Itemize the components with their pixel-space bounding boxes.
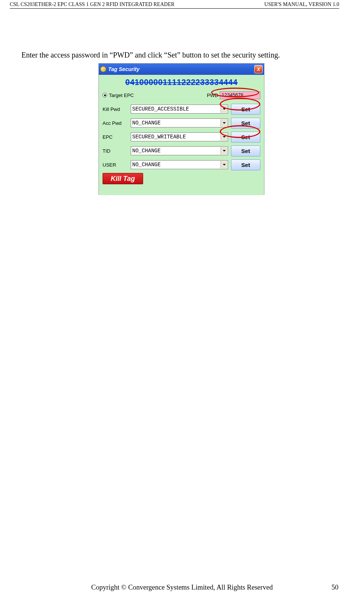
panel: 041000001111222233334444 Target EPC PWD … <box>99 75 264 195</box>
pwd-label: PWD <box>207 92 218 98</box>
tid-set-button[interactable]: Set <box>231 146 260 156</box>
user-row: USER NO_CHANGE Set <box>103 159 260 170</box>
killpwd-value: SECURED_ACCESSIBLE <box>132 106 189 112</box>
killpwd-label: Kill Pwd <box>103 106 131 112</box>
target-epc-label: Target EPC <box>109 92 134 98</box>
accpwd-dropdown[interactable]: NO_CHANGE <box>131 118 228 127</box>
content: Enter the access password in “PWD” and c… <box>21 51 341 195</box>
epc-label: EPC <box>103 134 131 140</box>
epc-row: EPC SECURED_WRITEABLE Set <box>103 131 260 143</box>
footer-copyright: Copyright © Convergence Systems Limited,… <box>0 584 364 591</box>
chevron-down-icon <box>221 161 227 168</box>
header-right: USER'S MANUAL, VERSION 1.0 <box>264 2 339 8</box>
killpwd-dropdown[interactable]: SECURED_ACCESSIBLE <box>131 105 228 114</box>
epc-set-button[interactable]: Set <box>231 132 260 143</box>
accpwd-row: Acc Pwd NO_CHANGE Set <box>103 117 260 129</box>
tid-dropdown[interactable]: NO_CHANGE <box>131 146 228 155</box>
chevron-down-icon <box>221 133 227 141</box>
close-button[interactable]: X <box>254 65 263 73</box>
chevron-down-icon <box>221 147 227 155</box>
instruction-text: Enter the access password in “PWD” and c… <box>21 51 341 59</box>
titlebar: Tag Security X <box>99 64 264 75</box>
tag-security-window: Tag Security X 041000001111222233334444 … <box>98 63 264 195</box>
header-left: CSL CS203ETHER-2 EPC CLASS 1 GEN 2 RFID … <box>10 2 175 8</box>
target-epc-radio[interactable] <box>103 93 107 97</box>
window-title: Tag Security <box>108 66 140 72</box>
user-value: NO_CHANGE <box>132 162 161 168</box>
tid-value: NO_CHANGE <box>132 148 161 154</box>
epc-dropdown[interactable]: SECURED_WRITEABLE <box>131 132 228 141</box>
accpwd-value: NO_CHANGE <box>132 120 161 126</box>
killpwd-set-button[interactable]: Set <box>231 104 260 115</box>
chevron-down-icon <box>221 119 227 127</box>
user-set-button[interactable]: Set <box>231 159 260 170</box>
pwd-input[interactable]: 12345678 <box>220 91 260 99</box>
page-number: 50 <box>332 584 339 591</box>
killpwd-row: Kill Pwd SECURED_ACCESSIBLE Set <box>103 103 260 115</box>
epc-value: SECURED_WRITEABLE <box>132 134 186 140</box>
app-icon <box>100 66 106 72</box>
kill-tag-button[interactable]: Kill Tag <box>103 173 143 184</box>
tid-label: TID <box>103 148 131 154</box>
tid-row: TID NO_CHANGE Set <box>103 145 260 156</box>
user-label: USER <box>103 162 131 168</box>
epc-display: 041000001111222233334444 <box>103 76 260 89</box>
accpwd-set-button[interactable]: Set <box>231 118 260 129</box>
user-dropdown[interactable]: NO_CHANGE <box>131 160 228 169</box>
page-header: CSL CS203ETHER-2 EPC CLASS 1 GEN 2 RFID … <box>10 2 339 9</box>
accpwd-label: Acc Pwd <box>103 120 131 126</box>
target-row: Target EPC PWD 12345678 <box>103 89 260 101</box>
chevron-down-icon <box>221 105 227 113</box>
